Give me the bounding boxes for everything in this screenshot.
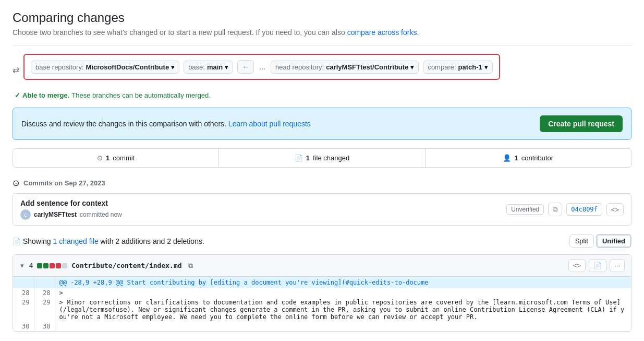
neutral-sq-1 [62, 263, 67, 268]
commit-hash-link[interactable]: 04c809f [566, 203, 602, 216]
diff-filename[interactable]: Contribute/content/index.md [71, 262, 181, 269]
line-new-29: 29 [34, 298, 55, 322]
head-repo-chevron-icon: ▾ [410, 63, 414, 71]
info-banner: Discuss and review the changes in this c… [13, 108, 631, 140]
files-changed-stat[interactable]: 📄 1 file changed [219, 149, 425, 167]
commits-stat[interactable]: ⊙ 1 commit [13, 149, 219, 167]
learn-about-pr-link[interactable]: Learn about pull requests [228, 120, 311, 128]
compare-across-forks-link[interactable]: compare across forks [347, 28, 417, 37]
commits-count: 1 [106, 154, 110, 162]
chevron-down-icon: ▾ [20, 262, 24, 269]
contributors-label: contributor [521, 154, 553, 162]
commit-icon: ⊙ [97, 154, 103, 162]
compare-branch-select[interactable]: compare: patch-1 ▾ [423, 61, 492, 74]
code-icon: <> [573, 262, 581, 269]
ellipsis: ... [258, 63, 266, 71]
unverified-badge[interactable]: Unverified [506, 204, 544, 215]
commit-actions: Unverified ⧉ 04c809f <> [506, 203, 624, 216]
diff-file-view-button[interactable]: 📄 [589, 259, 606, 272]
commits-date-label: Commits on Sep 27, 2023 [23, 179, 105, 187]
commit-title: Add sentence for context [20, 199, 122, 207]
commit-row: Add sentence for context c carlyMSFTtest… [13, 193, 631, 226]
compare-bar-wrap: ⇄ base repository: MicrosoftDocs/Contrib… [13, 54, 631, 85]
head-repo-value: carlyMSFTtest/Contribute [326, 63, 408, 71]
hunk-new-num [34, 277, 55, 288]
base-repo-select[interactable]: base repository: MicrosoftDocs/Contribut… [31, 61, 179, 74]
merge-status-bold: Able to merge. [22, 91, 69, 99]
base-repo-label: base repository: [35, 63, 84, 71]
file-icon-inline: 📄 [13, 238, 21, 245]
info-banner-text: Discuss and review the changes in this c… [21, 120, 311, 128]
compare-branch-label: compare: [428, 63, 456, 71]
hunk-header-text: @@ -28,9 +28,9 @@ Start contributing by … [55, 277, 631, 288]
contributors-icon: 👤 [503, 154, 511, 162]
table-row: 29 29 > Minor corrections or clarificati… [13, 298, 631, 322]
add-sq-1 [37, 263, 42, 268]
files-label: file changed [313, 154, 349, 162]
files-count: 1 [306, 154, 310, 162]
view-toggle: Split Unified [569, 234, 631, 248]
commits-label: commit [113, 154, 135, 162]
diff-additions-squares [37, 263, 67, 268]
compare-branch-chevron-icon: ▾ [484, 63, 488, 71]
diff-more-button[interactable]: ··· [610, 259, 625, 272]
page-subtitle: Choose two branches to see what's change… [13, 28, 631, 37]
diff-count: 4 [29, 262, 33, 269]
copy-icon: ⧉ [553, 205, 557, 214]
swap-branches-button[interactable]: ← [237, 60, 254, 74]
merge-check-icon: ✓ [15, 91, 20, 99]
head-repo-select[interactable]: head repository: carlyMSFTtest/Contribut… [271, 61, 419, 74]
diff-table: @@ -28,9 +28,9 @@ Start contributing by … [13, 277, 631, 331]
line-old-28: 28 [13, 288, 34, 298]
copy-sha-button[interactable]: ⧉ [548, 203, 562, 216]
del-sq-2 [56, 263, 61, 268]
contributors-count: 1 [514, 154, 518, 162]
base-repo-chevron-icon: ▾ [171, 63, 175, 71]
base-branch-label: base: [188, 63, 205, 71]
author-avatar: c [20, 209, 31, 220]
hunk-old-num [13, 277, 34, 288]
del-sq-1 [50, 263, 55, 268]
commit-info: Add sentence for context c carlyMSFTtest… [20, 199, 122, 220]
split-view-button[interactable]: Split [569, 234, 594, 248]
divider [13, 45, 631, 45]
diff-collapse-button[interactable]: ▾ [19, 261, 25, 271]
code-browse-icon: <> [611, 206, 619, 214]
line-new-28: 28 [34, 288, 55, 298]
changed-file-count-link[interactable]: 1 changed file [53, 237, 98, 245]
diff-hunk-row: @@ -28,9 +28,9 @@ Start contributing by … [13, 277, 631, 288]
base-repo-value: MicrosoftDocs/Contribute [86, 63, 169, 71]
unified-view-button[interactable]: Unified [596, 234, 631, 248]
committed-label: committed now [80, 211, 122, 218]
line-content-30 [55, 322, 631, 331]
stats-bar: ⊙ 1 commit 📄 1 file changed 👤 1 contribu… [13, 148, 631, 168]
merge-status: ✓ Able to merge. These branches can be a… [13, 88, 631, 99]
file-changes-summary: 📄 Showing 1 changed file with 2 addition… [13, 237, 204, 245]
base-branch-chevron-icon: ▾ [225, 63, 228, 71]
diff-file-header: ▾ 4 Contribute/content/index.md ⧉ <> 📄 ·… [13, 255, 631, 277]
base-branch-select[interactable]: base: main ▾ [184, 61, 233, 74]
copy-filename-button[interactable]: ⧉ [186, 261, 195, 271]
commits-section: ⊙ Commits on Sep 27, 2023 Add sentence f… [13, 178, 631, 226]
commit-author[interactable]: carlyMSFTtest [34, 211, 77, 218]
merge-status-text: These branches can be automatically merg… [71, 91, 211, 99]
table-row: 30 30 [13, 322, 631, 331]
timeline-connector-icon: ⊙ [13, 178, 19, 188]
contributors-stat[interactable]: 👤 1 contributor [426, 149, 631, 167]
file-view-icon: 📄 [593, 262, 602, 269]
create-pull-request-button[interactable]: Create pull request [540, 115, 623, 132]
table-row: 28 28 > [13, 288, 631, 298]
line-new-30: 30 [34, 322, 55, 331]
browse-repo-button[interactable]: <> [606, 203, 624, 216]
compare-branch-value: patch-1 [458, 63, 482, 71]
commit-meta: c carlyMSFTtest committed now [20, 209, 122, 220]
base-branch-value: main [207, 63, 223, 71]
diff-code-view-button[interactable]: <> [568, 259, 586, 272]
compare-arrows-icon: ⇄ [13, 65, 19, 75]
head-repo-label: head repository: [275, 63, 324, 71]
line-content-28: > [55, 288, 631, 298]
diff-file: ▾ 4 Contribute/content/index.md ⧉ <> 📄 ·… [13, 254, 631, 332]
ellipsis-icon: ··· [614, 262, 620, 269]
diff-header-right: <> 📄 ··· [568, 259, 625, 272]
line-old-29: 29 [13, 298, 34, 322]
